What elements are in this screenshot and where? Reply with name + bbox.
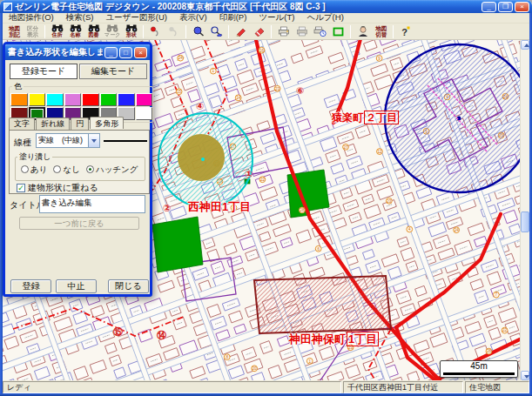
register-mode-button[interactable]: 登録モード xyxy=(10,64,77,79)
restore-button[interactable]: ❐ xyxy=(498,2,513,12)
overlay-building-label: 建物形状に重ねる xyxy=(28,182,98,194)
menu-help[interactable]: ヘルプ(H) xyxy=(300,12,349,23)
close-button[interactable]: 閉じる xyxy=(108,279,149,293)
vertical-scrollbar[interactable] xyxy=(520,40,529,380)
svg-text:24: 24 xyxy=(455,228,460,232)
close-button[interactable]: × xyxy=(515,2,529,12)
pin-icon xyxy=(150,26,161,37)
search-address-button[interactable]: 住所 xyxy=(48,23,66,39)
search-shape-button[interactable]: 形状 xyxy=(122,23,140,39)
radio-icon xyxy=(86,165,94,173)
binoculars-icon xyxy=(88,24,100,32)
tab-circle[interactable]: 円 xyxy=(71,117,89,130)
svg-text:27: 27 xyxy=(343,145,348,150)
fill-option-no[interactable]: なし xyxy=(53,164,79,176)
help-button[interactable]: ? xyxy=(396,23,414,39)
radio-icon xyxy=(21,165,29,173)
menu-view[interactable]: 表示(V) xyxy=(173,12,213,23)
menu-map-operations[interactable]: 地図操作(O) xyxy=(3,12,60,23)
menu-print[interactable]: 印刷(P) xyxy=(213,12,253,23)
person-icon xyxy=(358,26,368,37)
toolbar: 地図別記区分表示住所名称図番マーク形状地図切替? xyxy=(3,23,529,40)
toolbar-separator xyxy=(271,25,272,38)
drop-pin-button[interactable] xyxy=(146,23,165,39)
zoom-blue-icon xyxy=(192,26,205,37)
fill-option-yes[interactable]: あり xyxy=(21,164,47,176)
search-name-button[interactable]: 名称 xyxy=(66,23,84,39)
green-rect-icon xyxy=(333,27,344,37)
tab-polygon[interactable]: 多角形 xyxy=(90,117,124,129)
line-type-select[interactable]: 実線 (中線) xyxy=(36,133,100,148)
title-input[interactable]: 書き込み編集 xyxy=(39,195,145,213)
register-button[interactable]: 登録 xyxy=(10,279,51,293)
color-swatch-15[interactable] xyxy=(136,107,153,120)
eraser-icon xyxy=(253,26,266,37)
line-style-preview xyxy=(104,140,147,142)
color-swatch-2[interactable] xyxy=(46,93,64,106)
fill-option-hatching[interactable]: ハッチング xyxy=(86,164,138,176)
toolbar-separator xyxy=(228,25,229,38)
help-icon: ? xyxy=(401,26,410,37)
color-swatch-4[interactable] xyxy=(82,93,99,106)
svg-text:23: 23 xyxy=(348,346,354,350)
user-shape-red-hatch-block[interactable] xyxy=(254,276,391,333)
menu-tools[interactable]: ツール(T) xyxy=(253,12,300,23)
color-swatch-5[interactable] xyxy=(100,93,118,106)
draw-eraser-button[interactable] xyxy=(250,23,268,39)
menu-user-shapes[interactable]: ユーザー図形(U) xyxy=(99,12,173,23)
printer-icon xyxy=(278,26,290,37)
draw-pen-button[interactable] xyxy=(232,23,250,39)
color-swatch-3[interactable] xyxy=(64,93,82,106)
edit-mode-button[interactable]: 編集モード xyxy=(79,64,147,79)
dialog-minimize-button[interactable]: _ xyxy=(104,47,118,58)
user-shape-olive-circle[interactable] xyxy=(178,134,225,181)
overlay-building-checkbox[interactable]: ✓ 建物形状に重ねる xyxy=(17,182,98,194)
search-map-number-button[interactable]: 図番 xyxy=(84,23,103,39)
print-preview-button[interactable] xyxy=(311,23,329,39)
zoom-select-button[interactable] xyxy=(207,23,226,39)
tab-text[interactable]: 文字 xyxy=(9,117,35,130)
fill-group-label: 塗り潰し xyxy=(17,151,52,163)
line-type-label: 線種 xyxy=(14,137,31,149)
zoom-hand-icon xyxy=(210,26,223,37)
radio-icon xyxy=(53,165,61,173)
cancel-button[interactable]: 中止 xyxy=(56,279,97,293)
minimize-button[interactable]: _ xyxy=(481,2,496,12)
zoom-in-button[interactable] xyxy=(189,23,207,39)
user-shape-blue-circle[interactable] xyxy=(385,44,520,192)
svg-text:15: 15 xyxy=(177,90,182,94)
title-bar[interactable]: ゼンリン電子住宅地図 デジタウン - 200208東京都千代田区 [千代田区 8… xyxy=(0,0,532,13)
svg-text:14: 14 xyxy=(236,96,241,100)
dialog-close-button[interactable]: × xyxy=(134,47,147,58)
scroll-up-button[interactable] xyxy=(521,40,529,50)
svg-text:28: 28 xyxy=(487,349,492,353)
color-swatch-7[interactable] xyxy=(136,93,153,106)
user-profile-button[interactable] xyxy=(354,23,372,39)
scale-text: 45m xyxy=(441,361,517,372)
status-bar: レディ 千代田区西神田1丁目付近 住宅地図 xyxy=(3,380,529,393)
binoculars-icon xyxy=(51,24,64,32)
print-button[interactable] xyxy=(274,23,293,39)
fill-group: 塗り潰し ありなしハッチング xyxy=(15,151,145,181)
toolbar-separator xyxy=(393,25,394,38)
map-switch-button[interactable]: 地図切替 xyxy=(372,23,390,39)
binoculars-icon xyxy=(70,24,82,32)
chevron-down-icon[interactable] xyxy=(88,134,99,147)
color-swatch-6[interactable] xyxy=(118,93,135,106)
color-swatch-0[interactable] xyxy=(10,93,28,106)
print-setup-button[interactable] xyxy=(293,23,311,39)
svg-text:22: 22 xyxy=(260,178,266,182)
map-legend-toggle-button[interactable]: 地図別記 xyxy=(5,23,24,39)
scroll-down-button[interactable] xyxy=(521,371,529,380)
print-area-button[interactable] xyxy=(329,23,347,39)
dialog-title-bar[interactable]: 書き込み形状を編集します。 _ □ × xyxy=(5,44,150,60)
tab-polyline[interactable]: 折れ線 xyxy=(36,117,70,130)
scroll-thumb[interactable] xyxy=(521,211,529,232)
color-swatch-1[interactable] xyxy=(29,93,46,106)
polygon-tab-panel: 線種 実線 (中線) 塗り潰し ありなしハッチング ✓ 建物形状に重ねる xyxy=(9,130,150,194)
color-group-label: 色 xyxy=(12,81,24,92)
search-mark-button: マーク xyxy=(103,23,122,39)
toolbar-separator xyxy=(185,25,186,38)
menu-search[interactable]: 検索(S) xyxy=(60,12,100,23)
dialog-maximize-button[interactable]: □ xyxy=(119,47,132,58)
